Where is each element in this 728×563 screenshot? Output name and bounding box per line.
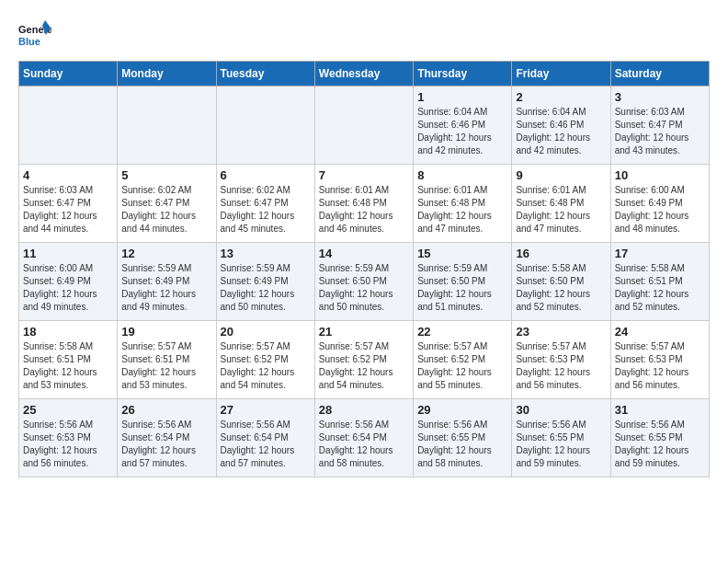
calendar-cell xyxy=(216,86,314,165)
calendar-cell: 13Sunrise: 5:59 AMSunset: 6:49 PMDayligh… xyxy=(216,243,314,321)
day-number: 17 xyxy=(615,247,705,260)
calendar-cell: 16Sunrise: 5:58 AMSunset: 6:50 PMDayligh… xyxy=(512,243,610,321)
calendar-cell: 24Sunrise: 5:57 AMSunset: 6:53 PMDayligh… xyxy=(610,321,709,399)
cell-info: Sunrise: 5:56 AMSunset: 6:55 PMDaylight:… xyxy=(516,419,606,470)
day-number: 2 xyxy=(516,90,606,104)
day-number: 20 xyxy=(221,325,311,339)
day-number: 5 xyxy=(121,168,211,182)
day-number: 24 xyxy=(615,325,705,339)
weekday-header: Friday xyxy=(512,62,610,86)
day-number: 25 xyxy=(23,403,113,417)
weekday-header: Saturday xyxy=(610,62,709,86)
svg-text:Blue: Blue xyxy=(18,36,40,47)
cell-info: Sunrise: 5:56 AMSunset: 6:55 PMDaylight:… xyxy=(615,419,705,470)
day-number: 13 xyxy=(221,247,311,260)
cell-info: Sunrise: 5:56 AMSunset: 6:54 PMDaylight:… xyxy=(121,419,211,470)
calendar-table: SundayMondayTuesdayWednesdayThursdayFrid… xyxy=(18,61,710,477)
day-number: 6 xyxy=(221,168,311,182)
calendar-cell: 23Sunrise: 5:57 AMSunset: 6:53 PMDayligh… xyxy=(512,321,610,399)
day-number: 23 xyxy=(516,325,606,339)
day-number: 7 xyxy=(319,168,409,182)
day-number: 14 xyxy=(319,247,409,260)
calendar-cell xyxy=(118,86,216,165)
cell-info: Sunrise: 5:59 AMSunset: 6:50 PMDaylight:… xyxy=(319,262,409,314)
cell-info: Sunrise: 5:56 AMSunset: 6:54 PMDaylight:… xyxy=(319,419,409,470)
cell-info: Sunrise: 6:04 AMSunset: 6:46 PMDaylight:… xyxy=(417,106,507,157)
day-number: 10 xyxy=(615,168,705,182)
weekday-header: Sunday xyxy=(19,62,118,86)
day-number: 15 xyxy=(417,247,507,260)
day-number: 27 xyxy=(221,403,311,417)
cell-info: Sunrise: 5:59 AMSunset: 6:50 PMDaylight:… xyxy=(417,262,507,314)
calendar-cell: 17Sunrise: 5:58 AMSunset: 6:51 PMDayligh… xyxy=(610,243,709,321)
day-number: 16 xyxy=(516,247,606,260)
calendar-cell: 20Sunrise: 5:57 AMSunset: 6:52 PMDayligh… xyxy=(216,321,314,399)
weekday-header: Thursday xyxy=(414,62,512,86)
day-number: 1 xyxy=(417,90,507,104)
day-number: 19 xyxy=(121,325,211,339)
cell-info: Sunrise: 6:00 AMSunset: 6:49 PMDaylight:… xyxy=(23,262,113,314)
calendar-cell: 27Sunrise: 5:56 AMSunset: 6:54 PMDayligh… xyxy=(216,399,314,477)
cell-info: Sunrise: 6:02 AMSunset: 6:47 PMDaylight:… xyxy=(121,184,211,236)
cell-info: Sunrise: 5:57 AMSunset: 6:53 PMDaylight:… xyxy=(615,340,705,392)
calendar-cell: 31Sunrise: 5:56 AMSunset: 6:55 PMDayligh… xyxy=(610,399,709,477)
calendar-cell: 15Sunrise: 5:59 AMSunset: 6:50 PMDayligh… xyxy=(414,243,512,321)
page-header: General Blue xyxy=(18,18,710,52)
calendar-cell: 22Sunrise: 5:57 AMSunset: 6:52 PMDayligh… xyxy=(414,321,512,399)
calendar-cell: 10Sunrise: 6:00 AMSunset: 6:49 PMDayligh… xyxy=(610,165,709,243)
cell-info: Sunrise: 5:57 AMSunset: 6:51 PMDaylight:… xyxy=(121,340,211,392)
cell-info: Sunrise: 6:03 AMSunset: 6:47 PMDaylight:… xyxy=(615,106,705,157)
calendar-cell: 29Sunrise: 5:56 AMSunset: 6:55 PMDayligh… xyxy=(414,399,512,477)
calendar-cell xyxy=(19,86,118,165)
day-number: 9 xyxy=(516,168,606,182)
cell-info: Sunrise: 5:59 AMSunset: 6:49 PMDaylight:… xyxy=(221,262,311,314)
cell-info: Sunrise: 5:56 AMSunset: 6:54 PMDaylight:… xyxy=(221,419,311,470)
calendar-cell: 4Sunrise: 6:03 AMSunset: 6:47 PMDaylight… xyxy=(19,165,118,243)
day-number: 12 xyxy=(121,247,211,260)
cell-info: Sunrise: 5:56 AMSunset: 6:53 PMDaylight:… xyxy=(23,419,113,470)
calendar-cell: 28Sunrise: 5:56 AMSunset: 6:54 PMDayligh… xyxy=(314,399,413,477)
cell-info: Sunrise: 5:58 AMSunset: 6:51 PMDaylight:… xyxy=(615,262,705,314)
day-number: 22 xyxy=(417,325,507,339)
cell-info: Sunrise: 6:02 AMSunset: 6:47 PMDaylight:… xyxy=(221,184,311,236)
day-number: 18 xyxy=(23,325,113,339)
day-number: 29 xyxy=(417,403,507,417)
day-number: 8 xyxy=(417,168,507,182)
day-number: 3 xyxy=(615,90,705,104)
day-number: 4 xyxy=(23,168,113,182)
cell-info: Sunrise: 5:57 AMSunset: 6:52 PMDaylight:… xyxy=(319,340,409,392)
calendar-cell: 2Sunrise: 6:04 AMSunset: 6:46 PMDaylight… xyxy=(512,86,610,165)
cell-info: Sunrise: 5:58 AMSunset: 6:50 PMDaylight:… xyxy=(516,262,606,314)
cell-info: Sunrise: 6:00 AMSunset: 6:49 PMDaylight:… xyxy=(615,184,705,236)
day-number: 26 xyxy=(121,403,211,417)
cell-info: Sunrise: 6:04 AMSunset: 6:46 PMDaylight:… xyxy=(516,106,606,157)
calendar-cell: 30Sunrise: 5:56 AMSunset: 6:55 PMDayligh… xyxy=(512,399,610,477)
calendar-cell xyxy=(314,86,413,165)
cell-info: Sunrise: 5:58 AMSunset: 6:51 PMDaylight:… xyxy=(23,340,113,392)
calendar-cell: 5Sunrise: 6:02 AMSunset: 6:47 PMDaylight… xyxy=(118,165,216,243)
calendar-cell: 14Sunrise: 5:59 AMSunset: 6:50 PMDayligh… xyxy=(314,243,413,321)
day-number: 31 xyxy=(615,403,705,417)
calendar-cell: 7Sunrise: 6:01 AMSunset: 6:48 PMDaylight… xyxy=(314,165,413,243)
calendar-cell: 19Sunrise: 5:57 AMSunset: 6:51 PMDayligh… xyxy=(118,321,216,399)
calendar-cell: 11Sunrise: 6:00 AMSunset: 6:49 PMDayligh… xyxy=(19,243,118,321)
cell-info: Sunrise: 6:01 AMSunset: 6:48 PMDaylight:… xyxy=(417,184,507,236)
day-number: 30 xyxy=(516,403,606,417)
cell-info: Sunrise: 5:57 AMSunset: 6:52 PMDaylight:… xyxy=(417,340,507,392)
calendar-cell: 25Sunrise: 5:56 AMSunset: 6:53 PMDayligh… xyxy=(19,399,118,477)
calendar-cell: 12Sunrise: 5:59 AMSunset: 6:49 PMDayligh… xyxy=(118,243,216,321)
day-number: 11 xyxy=(23,247,113,260)
day-number: 28 xyxy=(319,403,409,417)
calendar-cell: 3Sunrise: 6:03 AMSunset: 6:47 PMDaylight… xyxy=(610,86,709,165)
calendar-cell: 1Sunrise: 6:04 AMSunset: 6:46 PMDaylight… xyxy=(414,86,512,165)
cell-info: Sunrise: 5:57 AMSunset: 6:53 PMDaylight:… xyxy=(516,340,606,392)
weekday-header: Wednesday xyxy=(314,62,413,86)
day-number: 21 xyxy=(319,325,409,339)
cell-info: Sunrise: 5:56 AMSunset: 6:55 PMDaylight:… xyxy=(417,419,507,470)
calendar-cell: 21Sunrise: 5:57 AMSunset: 6:52 PMDayligh… xyxy=(314,321,413,399)
cell-info: Sunrise: 5:57 AMSunset: 6:52 PMDaylight:… xyxy=(221,340,311,392)
weekday-header: Monday xyxy=(118,62,216,86)
calendar-cell: 9Sunrise: 6:01 AMSunset: 6:48 PMDaylight… xyxy=(512,165,610,243)
weekday-header: Tuesday xyxy=(216,62,314,86)
calendar-cell: 6Sunrise: 6:02 AMSunset: 6:47 PMDaylight… xyxy=(216,165,314,243)
